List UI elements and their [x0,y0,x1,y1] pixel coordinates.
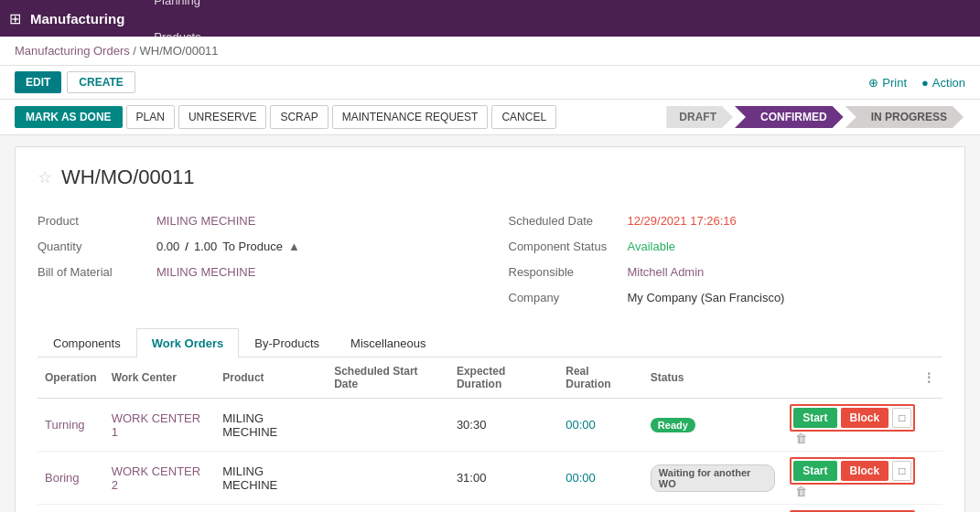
row2-block-button[interactable]: Block [841,461,889,481]
action-dot-icon: ● [921,76,929,90]
quantity-separator: / [185,240,188,253]
nav-item-planning[interactable]: Planning [143,0,235,18]
row1-checkbox-button[interactable]: □ [892,408,911,428]
scheduled-date-label: Scheduled Date [509,214,628,228]
row3-status: Waiting for another WO [643,505,782,513]
product-value[interactable]: MILING MECHINE [156,214,255,228]
status-step-draft[interactable]: DRAFT [666,106,733,128]
row2-checkbox-button[interactable]: □ [892,461,911,481]
col-real-duration: Real Duration [558,357,643,399]
row1-status: Ready [643,399,782,452]
row3-scheduled-start [327,505,449,513]
quantity-unit: To Produce [222,240,283,253]
col-operation: Operation [38,357,104,399]
favorite-star-icon[interactable]: ☆ [38,167,52,187]
form-fields: Product MILING MECHINE Quantity 0.00 / 1… [38,208,942,310]
company-row: Company My Company (San Francisco) [509,284,943,310]
row1-real-duration: 00:00 [558,399,643,452]
action-label: Action [932,76,965,90]
action-link[interactable]: ● Action [921,76,965,90]
table-header-row: Operation Work Center Product Scheduled … [38,357,942,399]
bom-field-row: Bill of Material MILING MECHINE [38,259,472,284]
top-navigation: ⊞ Manufacturing OverviewOperationsPlanni… [0,0,980,37]
row2-product: MILING MECHINE [215,452,327,505]
table-row: Boring WORK CENTER 2 MILING MECHINE 31:0… [38,452,942,505]
main-content: ☆ WH/MO/00011 Product MILING MECHINE Qua… [0,135,980,512]
row3-actions: Start Block □ 🗑 [782,505,942,513]
company-label: Company [509,291,628,304]
col-status: Status [643,357,782,399]
row1-start-button[interactable]: Start [793,408,836,428]
bom-label: Bill of Material [38,265,156,279]
breadcrumb-current: WH/MO/00011 [140,44,219,58]
col-expected-duration: Expected Duration [449,357,558,399]
row1-scheduled-start [327,399,449,452]
row3-real-duration: 00:00 [558,505,643,513]
print-label: Print [882,76,907,90]
product-field-row: Product MILING MECHINE [38,208,472,233]
quantity-field-row: Quantity 0.00 / 1.00 To Produce ▲ [38,233,472,259]
company-value: My Company (San Francisco) [628,291,785,304]
row2-status: Waiting for another WO [643,452,782,505]
col-product: Product [215,357,327,399]
create-button[interactable]: CREATE [67,71,135,93]
maintenance-button[interactable]: MAINTENANCE REQUEST [332,105,489,129]
plan-button[interactable]: PLAN [126,105,175,129]
scheduled-date-row: Scheduled Date 12/29/2021 17:26:16 [509,208,943,233]
print-link[interactable]: ⊕ Print [868,76,907,90]
row2-operation[interactable]: Boring [38,452,104,505]
col-work-center: Work Center [104,357,216,399]
row2-expected-duration: 31:00 [449,452,558,505]
tab-by-products[interactable]: By-Products [239,328,335,357]
status-step-confirmed[interactable]: CONFIRMED [735,106,844,128]
form-card: ☆ WH/MO/00011 Product MILING MECHINE Qua… [15,146,965,512]
col-more-icon[interactable]: ⋮ [922,370,935,385]
scheduled-date-value[interactable]: 12/29/2021 17:26:16 [628,214,737,228]
unreserve-button[interactable]: UNRESERVE [178,105,266,129]
row1-expected-duration: 30:30 [449,399,558,452]
row2-start-button[interactable]: Start [793,461,836,481]
tab-miscellaneous[interactable]: Miscellaneous [335,328,441,357]
row3-product: MILING MECHINE [215,505,327,513]
bom-value[interactable]: MILING MECHINE [156,265,255,279]
row2-work-center[interactable]: WORK CENTER 2 [104,452,216,505]
row1-actions: Start Block □ 🗑 [782,399,942,452]
component-status-label: Component Status [509,240,628,253]
scrap-button[interactable]: SCRAP [270,105,328,129]
edit-button[interactable]: EDIT [15,71,61,93]
row2-delete-icon[interactable]: 🗑 [795,485,807,498]
tab-components[interactable]: Components [38,328,136,357]
tab-work-orders[interactable]: Work Orders [136,328,240,357]
mark-done-button[interactable]: MARK AS DONE [15,106,123,128]
row1-product: MILING MECHINE [215,399,327,452]
action-bar-right: ⊕ Print ● Action [868,76,965,90]
row1-operation[interactable]: Turning [38,399,104,452]
responsible-value[interactable]: Mitchell Admin [628,265,705,279]
form-fields-right: Scheduled Date 12/29/2021 17:26:16 Compo… [509,208,943,310]
product-label: Product [38,214,156,228]
row2-scheduled-start [327,452,449,505]
quantity-values: 0.00 / 1.00 To Produce ▲ [156,240,300,253]
print-icon: ⊕ [868,76,878,90]
responsible-row: Responsible Mitchell Admin [509,259,943,284]
row1-work-center[interactable]: WORK CENTER 1 [104,399,216,452]
status-step-inprogress[interactable]: IN PROGRESS [845,106,964,128]
row3-work-center[interactable]: WORK CENTER 3 [104,505,216,513]
nav-item-reporting[interactable]: Reporting [143,55,235,91]
quantity-label: Quantity [38,240,156,253]
status-badge-waiting2: Waiting for another WO [651,464,775,492]
app-grid-icon[interactable]: ⊞ [9,10,21,27]
row3-operation[interactable]: Grinding [38,505,104,513]
status-bar: MARK AS DONE PLAN UNRESERVE SCRAP MAINTE… [0,100,980,135]
mountain-icon: ▲ [288,240,300,253]
component-status-value: Available [628,240,676,253]
row1-block-button[interactable]: Block [841,408,889,428]
breadcrumb-parent[interactable]: Manufacturing Orders [15,44,130,58]
cancel-button[interactable]: CANCEL [491,105,556,129]
status-badge-ready: Ready [651,418,695,432]
quantity-total[interactable]: 1.00 [194,240,217,253]
quantity-done[interactable]: 0.00 [156,240,179,253]
row1-delete-icon[interactable]: 🗑 [795,432,807,445]
table-row: Grinding WORK CENTER 3 MILING MECHINE 60… [38,505,942,513]
component-status-row: Component Status Available [509,233,943,259]
